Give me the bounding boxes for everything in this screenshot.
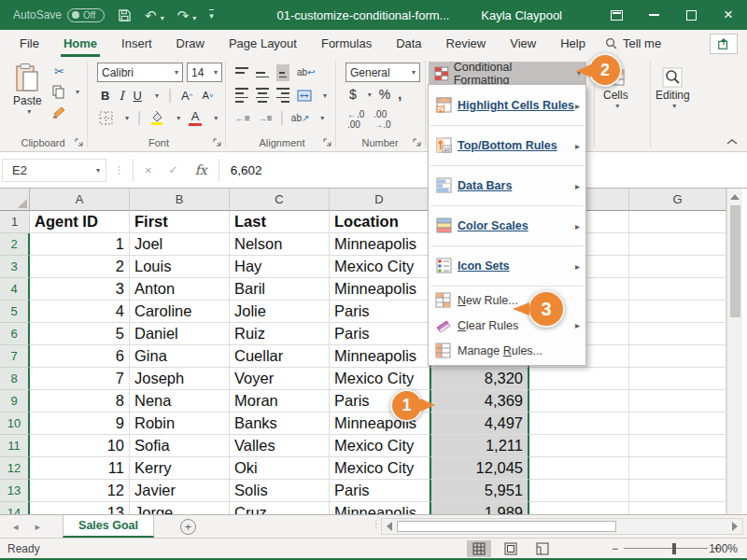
scroll-left-icon[interactable] <box>387 522 392 531</box>
cell-A9[interactable]: 8 <box>30 390 130 413</box>
cell-G7[interactable] <box>629 345 726 368</box>
cell-D12[interactable]: Mexico City <box>330 457 430 480</box>
column-header-a[interactable]: A <box>30 189 130 211</box>
cell-D6[interactable]: Paris <box>330 323 430 345</box>
formula-bar-splitter[interactable]: ⋮ <box>114 164 125 176</box>
increase-decimal-icon[interactable]: ←.0.00 <box>347 109 364 130</box>
align-center-button[interactable] <box>256 87 269 104</box>
cell-F14[interactable] <box>529 502 629 514</box>
cell-C14[interactable]: Cruz <box>230 502 330 514</box>
vertical-scroll-thumb[interactable] <box>730 205 740 317</box>
cell-G1[interactable] <box>629 211 726 233</box>
column-header-b[interactable]: B <box>130 189 230 211</box>
percent-style-button[interactable]: % <box>379 87 390 102</box>
merge-dropdown-icon[interactable]: ▾ <box>323 91 327 100</box>
copy-icon[interactable] <box>52 85 65 99</box>
customize-qat-icon[interactable]: ▾ <box>209 9 214 21</box>
cell-A11[interactable]: 10 <box>30 435 130 457</box>
cell-E13[interactable]: 5,951 <box>430 480 529 502</box>
row-header-14[interactable]: 14 <box>0 502 30 514</box>
cell-B8[interactable]: Joseph <box>130 368 230 390</box>
cell-B10[interactable]: Robin <box>130 413 230 435</box>
name-box-dropdown-icon[interactable]: ▾ <box>96 166 100 175</box>
tab-data[interactable]: Data <box>384 30 433 57</box>
row-header-13[interactable]: 13 <box>0 480 30 502</box>
tab-page-layout[interactable]: Page Layout <box>217 30 309 57</box>
redo-icon[interactable]: ↷▾ <box>177 8 197 22</box>
cell-A12[interactable]: 11 <box>30 457 130 480</box>
tab-review[interactable]: Review <box>434 30 499 57</box>
cell-D5[interactable]: Paris <box>330 301 430 323</box>
clipboard-dialog-launcher-icon[interactable] <box>75 138 84 147</box>
font-size-combo[interactable]: 14▾ <box>187 63 222 82</box>
cell-G13[interactable] <box>629 480 726 502</box>
row-header-6[interactable]: 6 <box>0 323 30 345</box>
cell-G10[interactable] <box>629 413 726 435</box>
enter-icon[interactable]: ✓ <box>169 163 178 176</box>
autosave-toggle[interactable]: Off <box>67 8 105 22</box>
menu-item-color-scales[interactable]: Color Scales▸ <box>429 207 585 245</box>
cell-A10[interactable]: 9 <box>30 413 130 435</box>
top-align-button[interactable] <box>235 66 248 79</box>
bold-button[interactable]: B <box>101 89 109 103</box>
cell-A3[interactable]: 2 <box>30 256 130 278</box>
cell-A4[interactable]: 3 <box>30 278 130 301</box>
fill-color-dropdown-icon[interactable]: ▾ <box>176 114 180 122</box>
cancel-icon[interactable]: × <box>145 163 152 177</box>
column-header-c[interactable]: C <box>230 189 330 211</box>
horizontal-scrollbar[interactable] <box>381 518 743 535</box>
cell-G11[interactable] <box>629 435 726 457</box>
insert-function-icon[interactable]: fx <box>195 162 207 177</box>
cell-C8[interactable]: Voyer <box>230 368 330 390</box>
row-header-5[interactable]: 5 <box>0 301 30 323</box>
cell-E11[interactable]: 1,211 <box>430 435 529 457</box>
close-button[interactable]: × <box>710 0 747 30</box>
cell-D8[interactable]: Mexico City <box>330 368 430 390</box>
italic-button[interactable]: I <box>119 89 123 103</box>
cell-D11[interactable]: Mexico City <box>330 435 430 457</box>
decrease-indent-icon[interactable]: ←≡ <box>235 113 250 123</box>
cell-G6[interactable] <box>629 323 726 345</box>
tab-insert[interactable]: Insert <box>109 30 164 57</box>
tell-me-box[interactable]: Tell me <box>605 36 661 50</box>
cell-A14[interactable]: 13 <box>30 502 130 514</box>
row-header-3[interactable]: 3 <box>0 256 30 278</box>
cell-B12[interactable]: Kerry <box>130 457 230 480</box>
zoom-slider[interactable] <box>624 548 708 550</box>
number-format-combo[interactable]: General▾ <box>345 63 420 82</box>
row-header-11[interactable]: 11 <box>0 435 30 457</box>
font-name-combo[interactable]: Calibri▾ <box>97 63 183 82</box>
sheet-nav-right-icon[interactable]: ▸ <box>35 521 41 533</box>
menu-item-data-bars[interactable]: Data Bars▸ <box>429 167 585 204</box>
cell-A2[interactable]: 1 <box>30 233 130 256</box>
cell-B2[interactable]: Joel <box>130 233 230 256</box>
borders-dropdown-icon[interactable]: ▾ <box>125 114 129 122</box>
cell-B1[interactable]: First <box>130 211 230 233</box>
cell-C3[interactable]: Hay <box>230 256 330 278</box>
cell-A13[interactable]: 12 <box>30 480 130 502</box>
row-header-2[interactable]: 2 <box>0 233 30 256</box>
zoom-slider-thumb[interactable] <box>672 543 676 554</box>
increase-indent-icon[interactable]: →≡ <box>258 113 273 123</box>
cut-icon[interactable]: ✂ <box>54 64 64 78</box>
align-right-button[interactable] <box>276 87 289 104</box>
shrink-font-button[interactable]: A˅ <box>203 90 214 101</box>
cell-D7[interactable]: Minneapolis <box>330 345 430 368</box>
cell-B11[interactable]: Sofia <box>130 435 230 457</box>
cell-C2[interactable]: Nelson <box>230 233 330 256</box>
name-box[interactable]: E2 ▾ <box>2 159 106 182</box>
menu-item-top-bottom-rules[interactable]: 10Top/Bottom Rules▸ <box>429 127 585 164</box>
horizontal-scroll-thumb[interactable] <box>397 521 616 532</box>
tab-view[interactable]: View <box>498 30 548 57</box>
align-left-button[interactable] <box>235 87 248 104</box>
row-header-10[interactable]: 10 <box>0 413 30 435</box>
cell-A6[interactable]: 5 <box>30 323 130 345</box>
cell-B5[interactable]: Caroline <box>130 301 230 323</box>
middle-align-button[interactable] <box>256 66 269 79</box>
menu-item-icon-sets[interactable]: Icon Sets▸ <box>429 247 585 285</box>
cell-A7[interactable]: 6 <box>30 345 130 368</box>
ribbon-display-options-icon[interactable] <box>598 0 635 30</box>
cell-C1[interactable]: Last <box>230 211 330 233</box>
page-break-view-button[interactable] <box>530 540 555 557</box>
merge-center-icon[interactable] <box>297 90 312 102</box>
